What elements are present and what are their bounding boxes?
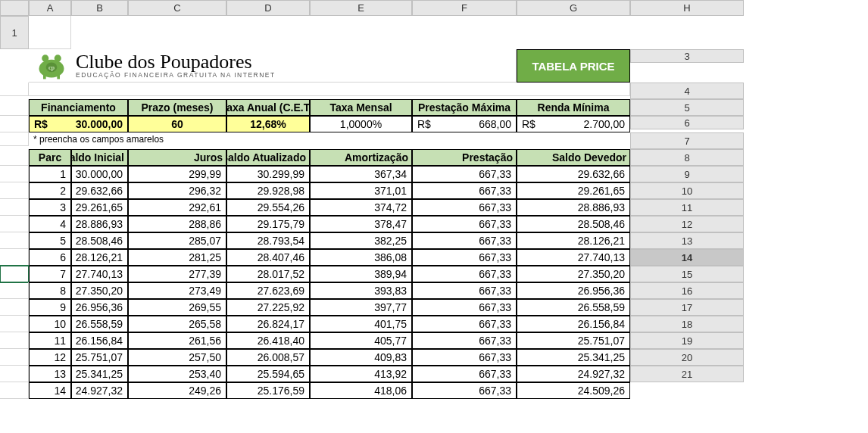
col-header-D[interactable]: D <box>226 0 310 16</box>
cell-A19[interactable] <box>0 349 29 366</box>
col-header-H[interactable]: H <box>630 0 744 16</box>
cell-juros-10[interactable]: 265,58 <box>128 316 226 332</box>
row-header-18[interactable]: 18 <box>630 316 744 332</box>
cell-amortizacao-10[interactable]: 401,75 <box>310 316 412 332</box>
row-header-5[interactable]: 5 <box>630 99 744 116</box>
cell-saldo-inicial-6[interactable]: 28.126,21 <box>71 249 128 266</box>
calc-renda-min[interactable]: R$ 2.700,00 <box>517 116 630 132</box>
cell-parc-5[interactable]: 5 <box>29 232 71 249</box>
cell-saldo-atualizado-12[interactable]: 26.008,57 <box>226 349 310 366</box>
row-header-14[interactable]: 14 <box>630 249 744 266</box>
cell-amortizacao-6[interactable]: 386,08 <box>310 249 412 266</box>
cell-parc-6[interactable]: 6 <box>29 249 71 266</box>
cell-prestacao-8[interactable]: 667,33 <box>412 282 517 299</box>
cell-parc-7[interactable]: 7 <box>29 266 71 282</box>
cell-A10[interactable] <box>0 199 29 216</box>
cell-saldo-atualizado-1[interactable]: 30.299,99 <box>226 166 310 182</box>
cell-saldo-inicial-5[interactable]: 28.508,46 <box>71 232 128 249</box>
cell-saldo-atualizado-13[interactable]: 25.594,65 <box>226 366 310 382</box>
row-header-15[interactable]: 15 <box>630 266 744 282</box>
cell-prestacao-4[interactable]: 667,33 <box>412 216 517 232</box>
cell-juros-4[interactable]: 288,86 <box>128 216 226 232</box>
row-header-17[interactable]: 17 <box>630 299 744 316</box>
cell-prestacao-14[interactable]: 667,33 <box>412 382 517 399</box>
cell-blank-3[interactable] <box>29 83 630 96</box>
cell-A8[interactable] <box>0 166 29 182</box>
cell-saldo-devedor-10[interactable]: 26.156,84 <box>517 316 630 332</box>
cell-amortizacao-11[interactable]: 405,77 <box>310 332 412 349</box>
cell-A6[interactable] <box>0 132 29 146</box>
cell-saldo-devedor-11[interactable]: 25.751,07 <box>517 332 630 349</box>
input-prazo[interactable]: 60 <box>128 116 226 132</box>
cell-prestacao-11[interactable]: 667,33 <box>412 332 517 349</box>
row-header-6[interactable]: 6 <box>630 116 744 129</box>
cell-prestacao-2[interactable]: 667,33 <box>412 182 517 199</box>
cell-prestacao-7[interactable]: 667,33 <box>412 266 517 282</box>
cell-saldo-atualizado-10[interactable]: 26.824,17 <box>226 316 310 332</box>
cell-juros-1[interactable]: 299,99 <box>128 166 226 182</box>
cell-juros-2[interactable]: 296,32 <box>128 182 226 199</box>
cell-A14[interactable] <box>0 266 29 282</box>
row-header-11[interactable]: 11 <box>630 199 744 216</box>
row-header-16[interactable]: 16 <box>630 282 744 299</box>
col-header-G[interactable]: G <box>517 0 630 16</box>
cell-A21[interactable] <box>0 382 29 399</box>
cell-A15[interactable] <box>0 282 29 299</box>
row-header-20[interactable]: 20 <box>630 349 744 366</box>
cell-parc-3[interactable]: 3 <box>29 199 71 216</box>
cell-saldo-inicial-11[interactable]: 26.156,84 <box>71 332 128 349</box>
cell-saldo-devedor-7[interactable]: 27.350,20 <box>517 266 630 282</box>
cell-prestacao-3[interactable]: 667,33 <box>412 199 517 216</box>
cell-prestacao-1[interactable]: 667,33 <box>412 166 517 182</box>
row-header-13[interactable]: 13 <box>630 232 744 249</box>
cell-juros-11[interactable]: 261,56 <box>128 332 226 349</box>
cell-saldo-inicial-1[interactable]: 30.000,00 <box>71 166 128 182</box>
cell-parc-9[interactable]: 9 <box>29 299 71 316</box>
cell-saldo-devedor-5[interactable]: 28.126,21 <box>517 232 630 249</box>
cell-saldo-inicial-12[interactable]: 25.751,07 <box>71 349 128 366</box>
row-header-9[interactable]: 9 <box>630 166 744 182</box>
calc-prest-max[interactable]: R$ 668,00 <box>412 116 517 132</box>
row-header-19[interactable]: 19 <box>630 332 744 349</box>
col-header-E[interactable]: E <box>310 0 412 16</box>
cell-saldo-devedor-3[interactable]: 28.886,93 <box>517 199 630 216</box>
cell-parc-12[interactable]: 12 <box>29 349 71 366</box>
cell-saldo-inicial-9[interactable]: 26.956,36 <box>71 299 128 316</box>
cell-parc-10[interactable]: 10 <box>29 316 71 332</box>
cell-prestacao-12[interactable]: 667,33 <box>412 349 517 366</box>
col-header-A[interactable]: A <box>29 0 71 16</box>
cell-saldo-atualizado-9[interactable]: 27.225,92 <box>226 299 310 316</box>
input-taxa-anual[interactable]: 12,68% <box>226 116 310 132</box>
cell-A12[interactable] <box>0 232 29 249</box>
cell-saldo-devedor-12[interactable]: 25.341,25 <box>517 349 630 366</box>
row-header-3[interactable]: 3 <box>630 49 744 63</box>
cell-parc-13[interactable]: 13 <box>29 366 71 382</box>
cell-saldo-atualizado-11[interactable]: 26.418,40 <box>226 332 310 349</box>
cell-saldo-atualizado-5[interactable]: 28.793,54 <box>226 232 310 249</box>
row-header-1[interactable]: 1 <box>0 16 29 49</box>
row-header-10[interactable]: 10 <box>630 182 744 199</box>
cell-saldo-inicial-3[interactable]: 29.261,65 <box>71 199 128 216</box>
cell-A1[interactable] <box>29 16 71 49</box>
row-header-12[interactable]: 12 <box>630 216 744 232</box>
cell-juros-14[interactable]: 249,26 <box>128 382 226 399</box>
cell-saldo-devedor-4[interactable]: 28.508,46 <box>517 216 630 232</box>
cell-A13[interactable] <box>0 249 29 266</box>
calc-taxa-mensal[interactable]: 1,0000% <box>310 116 412 132</box>
cell-parc-1[interactable]: 1 <box>29 166 71 182</box>
cell-saldo-inicial-7[interactable]: 27.740,13 <box>71 266 128 282</box>
cell-saldo-devedor-6[interactable]: 27.740,13 <box>517 249 630 266</box>
cell-saldo-atualizado-8[interactable]: 27.623,69 <box>226 282 310 299</box>
cell-saldo-atualizado-6[interactable]: 28.407,46 <box>226 249 310 266</box>
cell-prestacao-13[interactable]: 667,33 <box>412 366 517 382</box>
row-header-8[interactable]: 8 <box>630 149 744 166</box>
cell-amortizacao-4[interactable]: 378,47 <box>310 216 412 232</box>
cell-A4[interactable] <box>0 99 29 116</box>
cell-saldo-devedor-9[interactable]: 26.558,59 <box>517 299 630 316</box>
select-all-corner[interactable] <box>0 0 29 16</box>
cell-parc-2[interactable]: 2 <box>29 182 71 199</box>
cell-A18[interactable] <box>0 332 29 349</box>
cell-parc-11[interactable]: 11 <box>29 332 71 349</box>
cell-juros-5[interactable]: 285,07 <box>128 232 226 249</box>
cell-prestacao-6[interactable]: 667,33 <box>412 249 517 266</box>
